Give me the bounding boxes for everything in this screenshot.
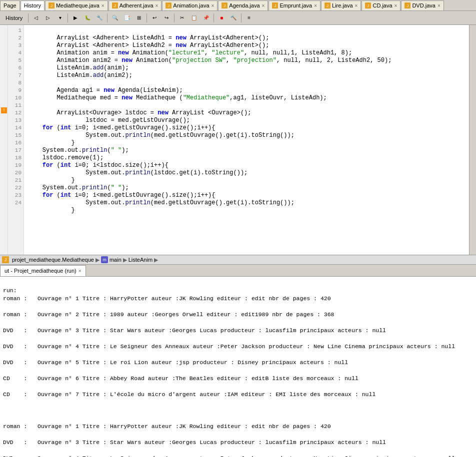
line-num: 21 bbox=[10, 177, 22, 184]
toolbar-sep-6 bbox=[214, 13, 214, 22]
output-line-4: DVD : Ouvrage n° 4 Titre : Le Seigneur d… bbox=[3, 343, 473, 351]
tab-mediatheque-label: Mediatheque.java bbox=[56, 2, 100, 8]
extra-button[interactable]: ≡ bbox=[244, 12, 254, 23]
tab-lire-close[interactable]: × bbox=[355, 3, 358, 8]
method-icon: m bbox=[101, 256, 108, 263]
line-num: 24 bbox=[10, 199, 22, 207]
toolbar-sep-4 bbox=[146, 13, 147, 22]
toolbar-sep-5 bbox=[174, 13, 174, 22]
tab-animation[interactable]: J Animation.java × bbox=[162, 0, 218, 10]
breadcrumb-method[interactable]: m main bbox=[101, 256, 122, 263]
java-icon: J bbox=[324, 2, 330, 8]
tab-adherent[interactable]: J Adherent.java × bbox=[108, 0, 162, 10]
toolbar-sep-3 bbox=[107, 13, 108, 22]
redo-button[interactable]: ↪ bbox=[161, 12, 172, 23]
line-num: 16 bbox=[10, 139, 22, 147]
tab-emprunt[interactable]: J Emprunt.java × bbox=[268, 0, 320, 10]
bookmark-button[interactable]: 📑 bbox=[122, 12, 132, 23]
toggle-button[interactable]: ⊞ bbox=[134, 12, 144, 23]
line-num: 17 bbox=[10, 147, 22, 154]
line-num: 12 bbox=[10, 109, 22, 117]
tab-history[interactable]: History bbox=[20, 0, 44, 10]
tab-emprunt-close[interactable]: × bbox=[314, 3, 317, 8]
tab-animation-close[interactable]: × bbox=[212, 3, 214, 8]
tab-cd-close[interactable]: × bbox=[394, 3, 398, 8]
tab-mediatheque[interactable]: J Mediatheque.java × bbox=[45, 0, 108, 10]
tab-dvd[interactable]: J DVD.java × bbox=[401, 0, 444, 10]
output-line-9: roman : Ouvrage n° 1 Titre : HarryPotter… bbox=[3, 423, 473, 431]
breadcrumb-var-label: ListeAnim bbox=[128, 257, 152, 263]
copy-button[interactable]: 📋 bbox=[188, 12, 200, 23]
clean-button[interactable]: 🔨 bbox=[228, 12, 239, 23]
breadcrumb-sep-2: ▶ bbox=[123, 257, 127, 263]
output-run-label: run: bbox=[3, 287, 17, 294]
line-num: 11 bbox=[10, 102, 22, 109]
back-button[interactable]: ◁ bbox=[30, 12, 42, 23]
output-tab-run[interactable]: ut - Projet_mediatheque (run) × bbox=[0, 265, 86, 276]
line-num: 3 bbox=[10, 42, 22, 49]
tab-dvd-close[interactable]: × bbox=[438, 3, 440, 8]
fix-button[interactable]: 🔧 bbox=[94, 12, 105, 23]
breadcrumb-sep-3: ▶ bbox=[154, 257, 158, 263]
breadcrumb-class[interactable]: J projet_mediatheque.Mediatheque bbox=[2, 256, 94, 263]
output-line-7: CD : Ouvrage n° 7 Titre : L'école du mic… bbox=[3, 391, 473, 399]
output-tab-label: ut - Projet_mediatheque (run) bbox=[4, 268, 76, 274]
breadcrumb-bar: J projet_mediatheque.Mediatheque ▶ m mai… bbox=[0, 255, 476, 265]
warning-marker: ! bbox=[1, 107, 7, 113]
line-num: 10 bbox=[10, 94, 22, 102]
line-num: 19 bbox=[10, 162, 22, 169]
line-num: 2 bbox=[10, 34, 22, 42]
tab-cd-label: CD.java bbox=[372, 2, 392, 8]
forward-button[interactable]: ▷ bbox=[42, 12, 54, 23]
line-num: 1 bbox=[10, 27, 22, 34]
output-line-1: roman : Ouvrage n° 1 Titre : HarryPotter… bbox=[3, 295, 473, 303]
code-editor[interactable]: ArrayList <Adherent> ListeAdh1 = new Arr… bbox=[24, 25, 469, 255]
tab-page[interactable]: Page bbox=[0, 0, 20, 10]
tab-dvd-label: DVD.java bbox=[412, 2, 435, 8]
output-line-11: DVD : Ouvrage n° 4 Titre : Le Seigneur d… bbox=[3, 455, 473, 457]
cut-button[interactable]: ✂ bbox=[176, 12, 188, 23]
output-area[interactable]: run: roman : Ouvrage n° 1 Titre : HarryP… bbox=[0, 277, 476, 457]
warning-gutter: ! bbox=[0, 25, 8, 255]
output-line-3: DVD : Ouvrage n° 3 Titre : Star Wars aut… bbox=[3, 327, 473, 335]
java-icon: J bbox=[48, 2, 54, 8]
tab-agenda-close[interactable]: × bbox=[262, 3, 265, 8]
output-line-10: DVD : Ouvrage n° 3 Titre : Star Wars aut… bbox=[3, 439, 473, 447]
line-num: 8 bbox=[10, 79, 22, 87]
line-num: 15 bbox=[10, 132, 22, 139]
output-line-2: roman : Ouvrage n° 2 Titre : 1989 auteur… bbox=[3, 311, 473, 319]
toolbar-sep-1 bbox=[28, 13, 28, 22]
toolbar-sep-7 bbox=[241, 13, 242, 22]
output-line-5: DVD : Ouvrage n° 5 Titre : Le roi Lion a… bbox=[3, 359, 473, 367]
tab-adherent-close[interactable]: × bbox=[156, 3, 158, 8]
run-button[interactable]: ▶ bbox=[70, 12, 81, 23]
editor-scrollbar[interactable] bbox=[469, 25, 476, 255]
java-icon: J bbox=[222, 2, 228, 8]
tab-emprunt-label: Emprunt.java bbox=[280, 2, 312, 8]
breadcrumb-class-label: projet_mediatheque.Mediatheque bbox=[12, 257, 94, 263]
dropdown-button[interactable]: ▾ bbox=[54, 12, 66, 23]
class-icon: J bbox=[2, 256, 9, 263]
breadcrumb-var[interactable]: ListeAnim bbox=[128, 257, 152, 263]
search-button[interactable]: 🔍 bbox=[110, 12, 120, 23]
output-tab-close[interactable]: × bbox=[78, 268, 82, 274]
tab-cd[interactable]: J CD.java × bbox=[362, 0, 400, 10]
tab-agenda[interactable]: J Agenda.java × bbox=[218, 0, 268, 10]
java-icon: J bbox=[404, 2, 410, 8]
output-tabbar: ut - Projet_mediatheque (run) × bbox=[0, 265, 476, 277]
line-num: 5 bbox=[10, 57, 22, 64]
java-icon: J bbox=[166, 2, 172, 8]
tab-lire[interactable]: J Lire.java × bbox=[321, 0, 361, 10]
toolbar-sep-2 bbox=[68, 13, 68, 22]
breadcrumb-sep-1: ▶ bbox=[96, 257, 100, 263]
java-icon: J bbox=[272, 2, 278, 8]
tab-mediatheque-close[interactable]: × bbox=[102, 3, 104, 8]
stop-button[interactable]: ■ bbox=[216, 12, 227, 23]
breadcrumb-method-label: main bbox=[110, 257, 122, 263]
line-num: 23 bbox=[10, 192, 22, 199]
undo-button[interactable]: ↩ bbox=[149, 12, 160, 23]
line-num: 20 bbox=[10, 169, 22, 177]
paste-button[interactable]: 📌 bbox=[200, 12, 212, 23]
history-button[interactable]: History bbox=[2, 12, 26, 23]
debug-button[interactable]: 🐛 bbox=[82, 12, 93, 23]
